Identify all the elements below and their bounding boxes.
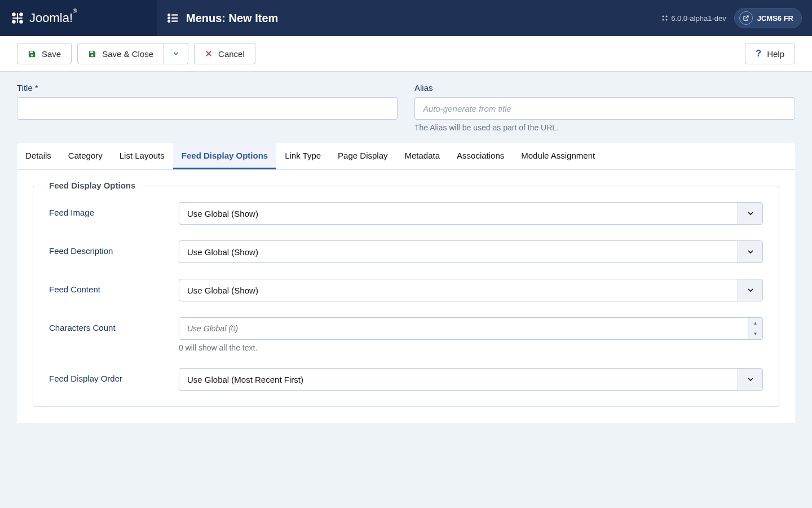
save-dropdown-toggle[interactable] [164, 43, 188, 64]
tab-feed-display-options[interactable]: Feed Display Options [173, 143, 276, 169]
svg-point-0 [12, 12, 16, 16]
tab-module-assignment[interactable]: Module Assignment [513, 143, 603, 169]
svg-point-12 [663, 19, 664, 21]
chevron-down-icon [738, 369, 762, 390]
sitename-button[interactable]: JCMS6 FR [734, 8, 802, 28]
feed-description-label: Feed Description [49, 240, 179, 256]
feed-display-fieldset: Feed Display Options Feed Image Use Glob… [33, 186, 779, 407]
external-link-icon [739, 11, 753, 25]
display-order-select[interactable]: Use Global (Most Recent First) [179, 368, 763, 391]
save-close-group: Save & Close [77, 43, 188, 64]
tab-page-display[interactable]: Page Display [329, 143, 396, 169]
tab-link-type[interactable]: Link Type [276, 143, 329, 169]
svg-point-10 [663, 16, 664, 17]
help-icon: ? [756, 49, 761, 59]
save-icon [88, 50, 96, 58]
alias-label: Alias [414, 83, 795, 93]
joomla-small-icon [661, 15, 668, 21]
svg-point-3 [19, 20, 23, 24]
tab-details[interactable]: Details [17, 143, 60, 169]
save-button[interactable]: Save [17, 43, 72, 64]
tab-associations[interactable]: Associations [448, 143, 513, 169]
svg-point-6 [168, 17, 170, 19]
svg-point-2 [12, 20, 16, 24]
svg-point-4 [168, 14, 170, 16]
char-count-label: Characters Count [49, 317, 179, 332]
char-count-input[interactable] [179, 318, 748, 339]
title-input[interactable] [17, 97, 398, 120]
version-badge[interactable]: 6.0.0-alpha1-dev [661, 14, 726, 23]
menu-list-icon [167, 12, 179, 24]
alias-input[interactable] [414, 97, 795, 120]
top-header: Joomla!® Menus: New Item 6.0.0-alpha1-de… [0, 0, 812, 36]
svg-point-11 [666, 16, 668, 17]
tab-list-layouts[interactable]: List Layouts [111, 143, 173, 169]
char-count-hint: 0 will show all the text. [179, 343, 763, 352]
tabs-nav: Details Category List Layouts Feed Displ… [17, 143, 795, 170]
page-title: Menus: New Item [167, 12, 278, 25]
chevron-down-icon [172, 50, 180, 58]
svg-point-1 [19, 12, 23, 16]
title-label: Title * [17, 83, 398, 93]
joomla-icon [10, 11, 25, 25]
alias-hint: The Alias will be used as part of the UR… [414, 123, 795, 132]
tab-category[interactable]: Category [60, 143, 111, 169]
number-spinner[interactable]: ▲▼ [748, 318, 762, 339]
svg-point-13 [666, 19, 668, 21]
chevron-down-icon [738, 279, 762, 301]
chevron-down-icon [738, 203, 762, 224]
char-count-input-wrap: ▲▼ [179, 317, 763, 340]
save-icon [28, 50, 36, 58]
header-main: Menus: New Item 6.0.0-alpha1-dev JCMS6 F… [157, 0, 812, 36]
brand-area[interactable]: Joomla!® [0, 0, 157, 36]
chevron-down-icon [738, 241, 762, 262]
joomla-logo: Joomla!® [10, 11, 77, 25]
feed-image-label: Feed Image [49, 202, 179, 217]
page-title-text: Menus: New Item [186, 12, 278, 25]
help-button[interactable]: ? Help [745, 43, 795, 64]
feed-description-select[interactable]: Use Global (Show) [179, 240, 763, 263]
cancel-button[interactable]: Cancel [194, 43, 255, 64]
fieldset-legend: Feed Display Options [43, 181, 141, 190]
tabs-panel: Details Category List Layouts Feed Displ… [17, 143, 795, 423]
feed-image-select[interactable]: Use Global (Show) [179, 202, 763, 225]
save-close-button[interactable]: Save & Close [77, 43, 164, 64]
close-icon [205, 50, 213, 58]
action-toolbar: Save Save & Close Cancel ? Help [0, 36, 812, 72]
svg-point-8 [168, 20, 170, 22]
feed-content-select[interactable]: Use Global (Show) [179, 279, 763, 301]
display-order-label: Feed Display Order [49, 368, 179, 383]
feed-content-label: Feed Content [49, 279, 179, 294]
tab-metadata[interactable]: Metadata [396, 143, 448, 169]
